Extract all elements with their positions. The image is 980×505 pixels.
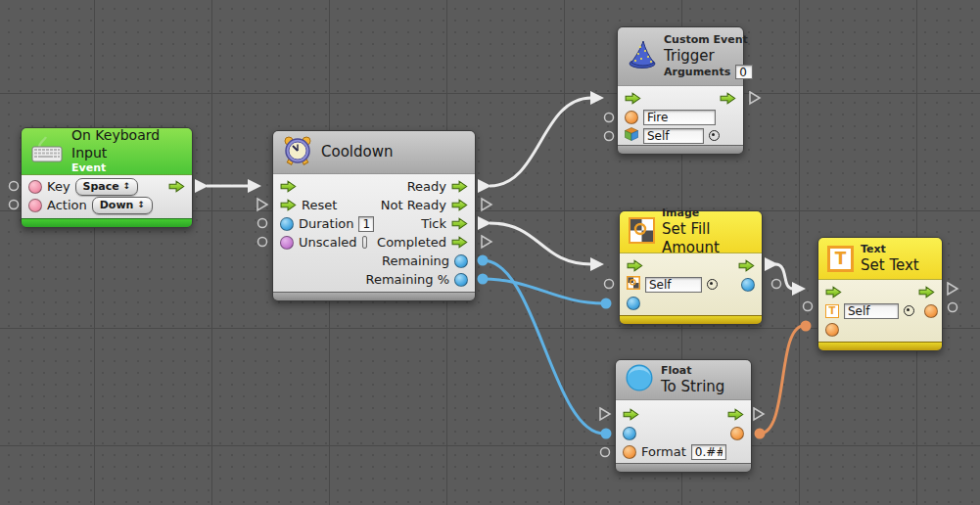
node-title: On Keyboard Input <box>71 127 183 161</box>
node-image-set-fill-amount[interactable]: Image Set Fill Amount <box>619 210 763 325</box>
arguments-label: Arguments <box>664 66 730 79</box>
port-label-duration: Duration <box>299 216 353 231</box>
action-dropdown[interactable]: Down↕ <box>92 197 153 214</box>
arguments-input[interactable] <box>735 65 753 79</box>
value-output-remaining[interactable] <box>454 254 468 268</box>
target-self-input[interactable] <box>645 277 702 293</box>
node-custom-event-trigger[interactable]: Custom Event Trigger Arguments <box>617 26 744 155</box>
node-cooldown[interactable]: Cooldown Ready Reset Not Ready Duration … <box>272 130 476 301</box>
node-subtitle: Event <box>71 161 183 175</box>
object-picker-icon[interactable] <box>709 130 720 141</box>
port-label-tick: Tick <box>421 216 446 231</box>
port-label-remaining: Remaining <box>382 253 449 268</box>
control-input-port[interactable] <box>825 286 842 298</box>
node-footer <box>616 463 751 472</box>
node-title: Set Fill Amount <box>662 220 753 257</box>
key-dropdown[interactable]: Space↕ <box>75 178 139 196</box>
node-on-keyboard-input[interactable]: On Keyboard Input Event Key Space↕ Actio… <box>21 127 193 228</box>
node-float-to-string[interactable]: Float To String Format <box>615 359 752 473</box>
float-icon <box>625 363 654 396</box>
control-output-completed[interactable] <box>451 236 468 249</box>
control-output-port[interactable] <box>738 259 755 272</box>
port-label-unscaled: Unscaled <box>299 235 357 250</box>
node-footer <box>620 315 762 324</box>
port-label-completed: Completed <box>377 235 446 250</box>
control-output-port[interactable] <box>168 180 185 193</box>
control-input-port[interactable] <box>627 259 643 272</box>
control-output-port[interactable] <box>918 286 935 298</box>
value-port-key[interactable] <box>28 180 42 194</box>
value-output-string[interactable] <box>730 427 744 440</box>
keyboard-icon <box>30 135 64 168</box>
text-mini-icon[interactable]: T <box>825 304 839 318</box>
target-self-input[interactable] <box>844 303 899 319</box>
node-text-set-text[interactable]: T Text Set Text T <box>817 237 943 351</box>
node-kind: Float <box>661 364 724 378</box>
node-header[interactable]: Float To String <box>616 360 751 400</box>
duration-input[interactable] <box>358 216 374 232</box>
node-header[interactable]: Custom Event Trigger Arguments <box>618 27 743 86</box>
image-icon <box>629 217 655 248</box>
object-picker-icon[interactable] <box>707 279 718 290</box>
wire-float-to-text <box>755 321 812 439</box>
value-output-port[interactable] <box>924 304 938 318</box>
node-title: Trigger <box>664 47 753 66</box>
wizard-hat-icon <box>627 38 658 75</box>
port-label-action: Action <box>47 198 87 212</box>
unscaled-checkbox[interactable] <box>362 236 368 249</box>
control-input-port[interactable] <box>625 92 641 105</box>
gameobject-cube-icon[interactable] <box>625 126 638 145</box>
wire-ready-to-custom-event <box>478 91 604 193</box>
value-input-fill-amount[interactable] <box>627 297 640 310</box>
node-title: To String <box>661 378 724 396</box>
value-port-unscaled[interactable] <box>280 236 294 250</box>
port-label-key: Key <box>47 179 70 194</box>
node-footer <box>818 342 942 350</box>
control-input-port[interactable] <box>623 408 639 421</box>
wire-remaining-pct-to-image <box>478 274 612 309</box>
wire-remaining-to-float <box>478 255 612 439</box>
port-label-not-ready: Not Ready <box>381 198 446 212</box>
control-output-tick[interactable] <box>451 217 468 230</box>
wire-keyboard-to-cooldown <box>195 179 261 193</box>
node-footer <box>273 292 475 300</box>
node-header[interactable]: Image Set Fill Amount <box>620 211 762 253</box>
value-port-name[interactable] <box>625 111 638 124</box>
control-output-ready[interactable] <box>451 180 468 193</box>
value-input-float[interactable] <box>623 427 636 440</box>
node-header[interactable]: Cooldown <box>273 131 475 174</box>
alarm-clock-icon <box>282 135 313 170</box>
image-mini-icon[interactable] <box>627 275 640 294</box>
node-title: Set Text <box>861 256 919 275</box>
node-header[interactable]: T Text Set Text <box>818 238 942 280</box>
dropdown-arrows-icon: ↕ <box>137 200 145 209</box>
node-kind: Text <box>861 243 919 256</box>
value-input-format[interactable] <box>623 445 636 459</box>
port-label-remaining-pct: Remaining % <box>365 272 449 287</box>
node-kind: Image <box>662 207 753 220</box>
port-label-format: Format <box>641 444 686 459</box>
value-input-text[interactable] <box>825 323 839 337</box>
value-port-action[interactable] <box>28 199 42 212</box>
format-input[interactable] <box>691 444 726 460</box>
text-icon: T <box>827 246 854 272</box>
node-kind: Custom Event <box>664 33 753 47</box>
value-output-remaining-pct[interactable] <box>454 273 468 287</box>
value-output-port[interactable] <box>741 278 755 292</box>
node-footer <box>22 218 192 227</box>
node-header[interactable]: On Keyboard Input Event <box>22 128 192 175</box>
dropdown-arrows-icon: ↕ <box>123 181 131 191</box>
value-port-duration[interactable] <box>280 217 294 231</box>
control-input-reset[interactable] <box>280 199 297 211</box>
control-output-port[interactable] <box>720 92 736 105</box>
control-input-port[interactable] <box>280 180 297 193</box>
node-title: Cooldown <box>321 143 393 161</box>
object-picker-icon[interactable] <box>904 305 914 316</box>
control-output-not-ready[interactable] <box>451 199 468 211</box>
control-output-port[interactable] <box>727 408 744 421</box>
event-name-input[interactable] <box>643 110 716 125</box>
target-self-input[interactable] <box>643 128 704 144</box>
wire-tick-to-image <box>478 216 604 271</box>
node-footer <box>618 145 743 154</box>
wire-image-to-text <box>765 257 806 296</box>
